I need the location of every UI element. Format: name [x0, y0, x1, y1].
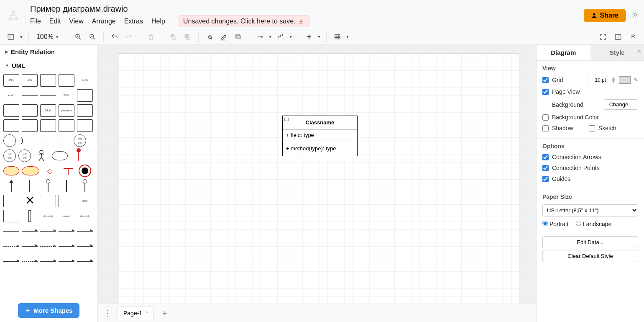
shape-arrow[interactable]	[22, 240, 38, 252]
shape-destruction[interactable]	[70, 149, 86, 162]
delete-icon[interactable]	[145, 31, 157, 43]
shape-object[interactable]: Obj	[3, 74, 19, 87]
shape-interface[interactable]: «if»	[22, 74, 38, 87]
shape-divider2[interactable]	[40, 89, 56, 102]
fullscreen-icon[interactable]	[597, 31, 609, 43]
shape-control[interactable]: CtrlObj	[18, 149, 31, 162]
shape-arrow3[interactable]	[59, 225, 74, 237]
menu-file[interactable]: File	[30, 18, 41, 25]
shape-lollipop[interactable]	[37, 134, 53, 147]
shape-boundary[interactable]: BndObj	[74, 134, 86, 147]
shape-x[interactable]: ✕	[22, 195, 38, 207]
shape-box[interactable]	[40, 119, 56, 132]
page-view-checkbox[interactable]	[542, 89, 549, 95]
edit-data-button[interactable]: Edit Data...	[542, 236, 638, 248]
category-uml[interactable]: ▼UML	[0, 59, 97, 72]
undo-icon[interactable]	[109, 31, 120, 43]
shape-usecase[interactable]	[52, 151, 68, 160]
grid-size-input[interactable]	[588, 76, 608, 84]
shape-frame2[interactable]	[59, 195, 74, 207]
format-panel-icon[interactable]	[612, 31, 624, 43]
zoom-out-icon[interactable]	[87, 31, 98, 43]
line-color-icon[interactable]	[218, 31, 230, 43]
zoom-in-icon[interactable]	[72, 31, 84, 43]
shape-circle[interactable]	[3, 134, 16, 147]
fill-color-icon[interactable]	[204, 31, 215, 43]
shape-text[interactable]: +attr	[77, 74, 93, 87]
landscape-option[interactable]: Landscape	[576, 221, 611, 227]
to-front-icon[interactable]	[167, 31, 179, 43]
table-icon[interactable]	[332, 31, 343, 43]
shape-selfcall[interactable]: self	[77, 195, 93, 207]
shape-arrow[interactable]	[3, 255, 19, 268]
shape-class2[interactable]	[59, 74, 74, 87]
shape-red-ellipse2[interactable]	[22, 166, 39, 175]
menu-view[interactable]: View	[69, 18, 83, 25]
tab-style[interactable]: Style✕	[590, 45, 644, 60]
shape-box[interactable]	[3, 119, 19, 132]
shape-box[interactable]	[22, 119, 38, 132]
shape-module[interactable]: Mod	[40, 104, 56, 117]
shape-vline2[interactable]	[59, 180, 74, 192]
shape-arrow[interactable]	[77, 255, 93, 268]
shape-arrow[interactable]	[40, 255, 56, 268]
shape-entity[interactable]: EntObj	[3, 149, 16, 162]
paper-size-select[interactable]: US-Letter (8,5" x 11")	[542, 204, 638, 216]
chevron-down-icon[interactable]: ▼	[317, 35, 321, 39]
shape-title[interactable]: Title	[59, 89, 74, 102]
menu-edit[interactable]: Edit	[49, 18, 61, 25]
to-back-icon[interactable]	[181, 31, 193, 43]
connection-icon[interactable]	[254, 31, 266, 43]
chevron-down-icon[interactable]: ▼	[19, 35, 23, 39]
sketch-checkbox[interactable]	[589, 125, 595, 131]
shape-box[interactable]	[59, 119, 74, 132]
pages-menu-icon[interactable]: ⋮	[101, 309, 114, 318]
shape-arrow[interactable]	[59, 255, 74, 268]
canvas[interactable]: Classname + field: type + method(type): …	[98, 45, 536, 322]
shape-frame3[interactable]	[3, 210, 19, 222]
shape-arrow[interactable]	[40, 240, 56, 252]
add-icon[interactable]	[303, 31, 315, 43]
change-background-button[interactable]: Change...	[604, 99, 638, 110]
shape-box3[interactable]	[77, 104, 93, 117]
clear-style-button[interactable]: Clear Default Style	[542, 250, 638, 262]
chevron-down-icon[interactable]: ▼	[268, 35, 272, 39]
collapse-icon[interactable]	[627, 31, 639, 43]
pencil-icon[interactable]: ✎	[634, 77, 638, 83]
stepper-icon[interactable]: ▲▼	[611, 77, 616, 83]
grid-color-swatch[interactable]	[619, 76, 631, 84]
connection-points-checkbox[interactable]	[542, 165, 549, 171]
shape-arrow[interactable]	[22, 225, 38, 237]
chevron-up-icon[interactable]: ^	[146, 311, 148, 316]
portrait-option[interactable]: Portrait	[542, 221, 568, 227]
shape-arrow[interactable]	[77, 240, 93, 252]
shadow-checkbox[interactable]	[542, 125, 549, 131]
shape-item[interactable]: • attr	[3, 89, 19, 102]
chevron-down-icon[interactable]: ▼	[289, 35, 293, 39]
shape-box2[interactable]	[22, 104, 38, 117]
shape-box[interactable]	[3, 104, 19, 117]
shape-arrow[interactable]	[59, 240, 74, 252]
redo-icon[interactable]	[123, 31, 135, 43]
theme-icon[interactable]	[631, 11, 639, 20]
shape-vbar[interactable]	[3, 180, 19, 192]
unsaved-banner[interactable]: Unsaved changes. Click here to save.	[178, 15, 309, 27]
category-entity-relation[interactable]: ▶Entity Relation	[0, 45, 97, 59]
waypoint-icon[interactable]	[275, 31, 286, 43]
shape-rect[interactable]	[3, 195, 19, 207]
shape-dispatch2[interactable]: dispatch	[59, 210, 74, 222]
chevron-down-icon[interactable]: ▼	[346, 35, 350, 39]
page-tab-1[interactable]: Page-1 ^	[117, 306, 154, 320]
guides-checkbox[interactable]	[542, 176, 549, 182]
shape-box[interactable]	[77, 119, 93, 132]
shape-comp[interactable]	[77, 89, 93, 102]
document-title[interactable]: Пример диаграмм.drawio	[30, 3, 584, 15]
more-shapes-button[interactable]: ＋ More Shapes	[18, 303, 79, 318]
uml-field[interactable]: + field: type	[283, 129, 357, 141]
uml-class-shape[interactable]: Classname + field: type + method(type): …	[282, 116, 358, 156]
menu-arrange[interactable]: Arrange	[92, 18, 116, 25]
shape-red-ellipse[interactable]	[3, 166, 19, 175]
shape-package[interactable]: package	[59, 104, 74, 117]
shape-vcircle2[interactable]	[77, 180, 93, 192]
close-icon[interactable]: ✕	[637, 48, 641, 54]
